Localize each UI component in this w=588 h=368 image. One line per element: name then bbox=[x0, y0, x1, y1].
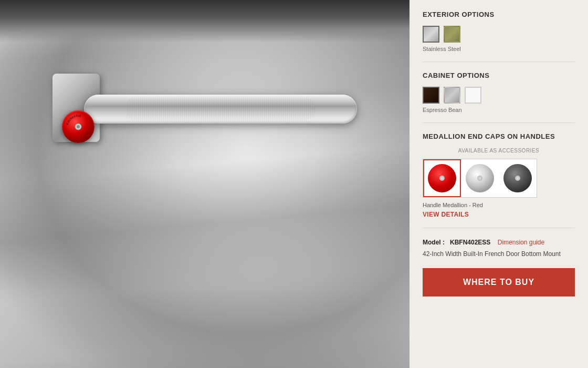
cabinet-selected-label: Espresso Bean bbox=[423, 107, 575, 113]
medallion-selected-label: Handle Medallion - Red bbox=[423, 202, 575, 208]
svg-text:1919: 1919 bbox=[83, 131, 90, 138]
handle-assembly: KitchenAid 1919 bbox=[52, 63, 378, 168]
medallion-section: MEDALLION END CAPS ON HANDLES AVAILABLE … bbox=[423, 132, 575, 218]
medallion-red-circle bbox=[428, 164, 456, 192]
medallion-silver-dot bbox=[477, 176, 482, 181]
handle-medallion: KitchenAid 1919 bbox=[62, 110, 94, 143]
exterior-swatches bbox=[423, 26, 575, 43]
swatch-olive[interactable] bbox=[444, 26, 460, 43]
medallion-options-group bbox=[423, 159, 537, 198]
medallion-option-dark[interactable] bbox=[499, 159, 537, 197]
model-line: Model : KBFN402ESS Dimension guide bbox=[423, 238, 575, 247]
medallion-option-silver[interactable] bbox=[461, 159, 499, 197]
product-image: KitchenAid 1919 bbox=[0, 0, 410, 368]
swatch-stainless[interactable] bbox=[423, 26, 439, 43]
medallion-title: MEDALLION END CAPS ON HANDLES bbox=[423, 132, 575, 140]
medallion-option-red[interactable] bbox=[423, 159, 461, 197]
swatch-espresso[interactable] bbox=[423, 87, 439, 104]
where-to-buy-button[interactable]: WHERE TO BUY bbox=[423, 268, 575, 297]
dimension-guide-link[interactable]: Dimension guide bbox=[498, 239, 544, 246]
exterior-selected-label: Stainless Steel bbox=[423, 46, 575, 52]
medallion-silver-circle bbox=[466, 164, 494, 192]
options-panel: EXTERIOR OPTIONS Stainless Steel CABINET… bbox=[410, 0, 588, 368]
cabinet-swatches bbox=[423, 87, 575, 104]
model-label: Model : bbox=[423, 239, 445, 246]
medallion-red-dot bbox=[439, 176, 445, 181]
model-number: KBFN402ESS bbox=[450, 239, 490, 246]
medallion-dark-dot bbox=[515, 176, 520, 181]
exterior-options-title: EXTERIOR OPTIONS bbox=[423, 11, 575, 18]
medallion-subtitle: AVAILABLE AS ACCESSORIES bbox=[423, 148, 575, 154]
handle-bar bbox=[84, 95, 357, 124]
swatch-white[interactable] bbox=[465, 87, 481, 104]
divider-3 bbox=[423, 228, 575, 228]
product-description: 42-Inch Width Built-In French Door Botto… bbox=[423, 249, 575, 259]
model-section: Model : KBFN402ESS Dimension guide 42-In… bbox=[423, 238, 575, 259]
medallion-dark-circle bbox=[503, 164, 532, 192]
swatch-gray[interactable] bbox=[444, 87, 460, 104]
divider-2 bbox=[423, 122, 575, 123]
cabinet-options-title: CABINET OPTIONS bbox=[423, 71, 575, 79]
divider-1 bbox=[423, 62, 575, 62]
view-details-link[interactable]: VIEW DETAILS bbox=[423, 211, 575, 218]
svg-point-2 bbox=[77, 125, 80, 128]
